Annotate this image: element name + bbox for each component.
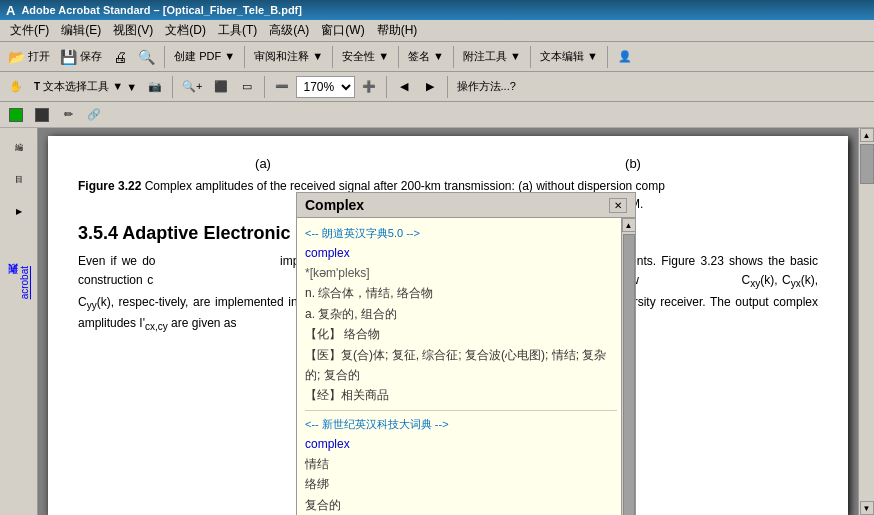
pdf-vertical-scrollbar: ▲ ▼: [858, 128, 874, 515]
scroll-thumb-main[interactable]: [860, 144, 874, 184]
dict-word2: complex: [305, 434, 617, 454]
menu-advanced[interactable]: 高级(A): [263, 20, 315, 41]
menu-doc[interactable]: 文档(D): [159, 20, 212, 41]
separator11: [447, 76, 448, 98]
dict-def-1: a. 复杂的, 组合的: [305, 304, 617, 324]
save-button[interactable]: 💾 保存: [56, 45, 106, 69]
menubar: 文件(F) 编辑(E) 视图(V) 文档(D) 工具(T) 高级(A) 窗口(W…: [0, 20, 874, 42]
app-icon: A: [6, 3, 15, 18]
separator3: [332, 46, 333, 68]
create-pdf-button[interactable]: 创建 PDF ▼: [170, 45, 239, 69]
dict-title: Complex: [305, 197, 364, 213]
menu-tools[interactable]: 工具(T): [212, 20, 263, 41]
hand-tool-button[interactable]: ✋: [4, 75, 28, 99]
zoom-out-btn[interactable]: ➖: [270, 75, 294, 99]
toolbar1: 📂 打开 💾 保存 🖨 🔍 创建 PDF ▼ 审阅和注释 ▼ 安全性 ▼ 签名 …: [0, 42, 874, 72]
scroll-track[interactable]: [860, 142, 874, 501]
link-button[interactable]: 🔗: [82, 103, 106, 127]
menu-edit[interactable]: 编辑(E): [55, 20, 107, 41]
sidebar-btn-3[interactable]: ▶: [3, 196, 35, 226]
scroll-up-arrow[interactable]: ▲: [860, 128, 874, 142]
fig-labels: (a) (b): [78, 156, 818, 171]
pdf-page: (a) (b) Figure 3.22 Complex amplitudes o…: [48, 136, 848, 515]
next-page-button[interactable]: ▶: [418, 75, 442, 99]
separator8: [172, 76, 173, 98]
menu-help[interactable]: 帮助(H): [371, 20, 424, 41]
fit-width-button[interactable]: ⬛: [209, 75, 233, 99]
dict-def-0: n. 综合体，情结, 络合物: [305, 283, 617, 303]
dict-def-4: 【经】相关商品: [305, 385, 617, 405]
separator4: [398, 46, 399, 68]
caption-bold: Figure 3.22: [78, 179, 141, 193]
sign-button[interactable]: 签名 ▼: [404, 45, 448, 69]
comment-tool-button[interactable]: 附注工具 ▼: [459, 45, 525, 69]
sidebar-label-embed[interactable]: 嵌入到acrobat: [7, 266, 31, 299]
dict-def2-0: 情结: [305, 454, 617, 474]
how-to-button[interactable]: 操作方法...?: [453, 75, 520, 99]
dict-def2-1: 络绑: [305, 474, 617, 494]
dict-comment1: <-- 朗道英汉字典5.0 -->: [305, 224, 617, 243]
zoom-in-button[interactable]: 🔍+: [178, 75, 206, 99]
title-text: Adobe Acrobat Standard – [Optical_Fiber_…: [21, 4, 302, 16]
toolbar2: ✋ T 文本选择工具 ▼ ▼ 📷 🔍+ ⬛ ▭ ➖ 170% 100% 150%…: [0, 72, 874, 102]
user-icon-button[interactable]: 👤: [613, 45, 637, 69]
pdf-area: (a) (b) Figure 3.22 Complex amplitudes o…: [38, 128, 858, 515]
separator5: [453, 46, 454, 68]
dict-close-button[interactable]: ✕: [609, 198, 627, 213]
scroll-up-button[interactable]: ▲: [622, 218, 636, 232]
pencil-button[interactable]: ✏: [56, 103, 80, 127]
camera-tool-button[interactable]: 📷: [143, 75, 167, 99]
scroll-thumb[interactable]: [623, 234, 635, 515]
scroll-down-arrow[interactable]: ▼: [860, 501, 874, 515]
dict-def2-2: 复合的: [305, 495, 617, 515]
titlebar: A Adobe Acrobat Standard – [Optical_Fibe…: [0, 0, 874, 20]
dict-separator: [305, 410, 617, 411]
prev-page-button[interactable]: ◀: [392, 75, 416, 99]
dict-def-3: 【医】复(合)体; 复征, 综合征; 复合波(心电图); 情结; 复杂的; 复合…: [305, 345, 617, 386]
search-button[interactable]: 🔍: [134, 45, 159, 69]
dict-phonetic1: *[kəm'pleks]: [305, 263, 617, 283]
security-button[interactable]: 安全性 ▼: [338, 45, 393, 69]
separator7: [607, 46, 608, 68]
dict-popup: Complex ✕ <-- 朗道英汉字典5.0 --> complex *[kə…: [296, 192, 636, 515]
separator10: [386, 76, 387, 98]
review-button[interactable]: 审阅和注释 ▼: [250, 45, 327, 69]
dict-header: Complex ✕: [297, 193, 635, 218]
separator9: [264, 76, 265, 98]
text-edit-button[interactable]: 文本编辑 ▼: [536, 45, 602, 69]
main-area: 編 目 ▶ 嵌入到acrobat (a) (b) Figure 3.22 Com…: [0, 128, 874, 515]
dict-def-2: 【化】 络合物: [305, 324, 617, 344]
separator6: [530, 46, 531, 68]
zoom-in-btn2[interactable]: ➕: [357, 75, 381, 99]
dict-word1: complex: [305, 243, 617, 263]
fig-label-b: (b): [625, 156, 641, 171]
dict-scrollbar: ▲ ▼: [621, 218, 635, 515]
green-rect-button[interactable]: [4, 103, 28, 127]
separator2: [244, 46, 245, 68]
open-button[interactable]: 📂 打开: [4, 45, 54, 69]
fig-label-a: (a): [255, 156, 271, 171]
sidebar-btn-2[interactable]: 目: [3, 164, 35, 194]
fit-page-button[interactable]: ▭: [235, 75, 259, 99]
sidebar-btn-1[interactable]: 編: [3, 132, 35, 162]
menu-view[interactable]: 视图(V): [107, 20, 159, 41]
select-tool-button[interactable]: T 文本选择工具 ▼ ▼: [30, 75, 141, 99]
dict-content: <-- 朗道英汉字典5.0 --> complex *[kəm'pleks] n…: [297, 218, 635, 515]
menu-file[interactable]: 文件(F): [4, 20, 55, 41]
print-button[interactable]: 🖨: [108, 45, 132, 69]
sidebar: 編 目 ▶ 嵌入到acrobat: [0, 128, 38, 515]
menu-window[interactable]: 窗口(W): [315, 20, 370, 41]
zoom-select[interactable]: 170% 100% 150% 200%: [296, 76, 355, 98]
dict-comment2: <-- 新世纪英汉科技大词典 -->: [305, 415, 617, 434]
separator1: [164, 46, 165, 68]
black-rect-button[interactable]: [30, 103, 54, 127]
toolbar3: ✏ 🔗: [0, 102, 874, 128]
